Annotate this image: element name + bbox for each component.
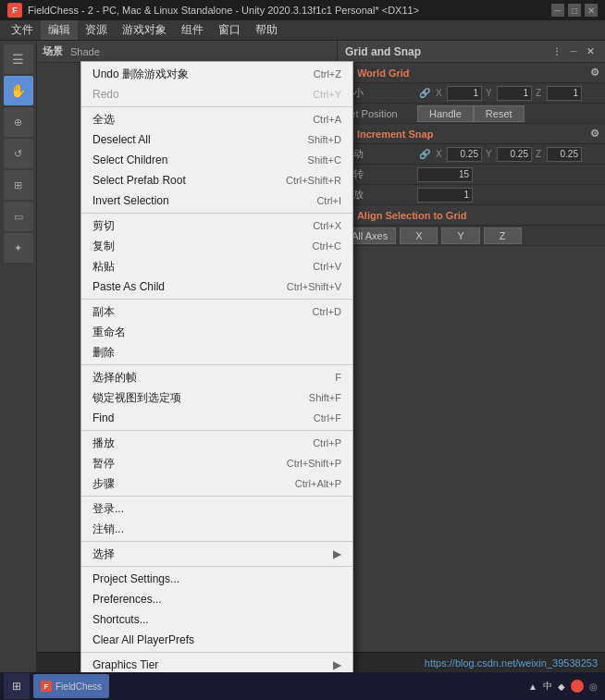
ctx-choose[interactable]: 选择 ▶ xyxy=(81,544,352,564)
panel-minimize-icon[interactable]: ─ xyxy=(566,44,581,59)
move-y-label: Y xyxy=(486,149,495,159)
menu-bar: 文件 编辑 资源 游戏对象 组件 窗口 帮助 xyxy=(0,20,605,41)
menu-section-account: 登录... 注销... xyxy=(81,497,352,542)
tool-move[interactable]: ⊕ xyxy=(4,107,33,137)
start-button[interactable]: ⊞ xyxy=(4,673,30,699)
menu-component[interactable]: 组件 xyxy=(174,20,211,40)
ctx-preferences[interactable]: Preferences... xyxy=(81,589,352,609)
ctx-undo[interactable]: Undo 删除游戏对象 Ctrl+Z xyxy=(81,64,352,84)
panel-header-icons: ⋮ ─ ✕ xyxy=(549,44,598,59)
ctx-redo[interactable]: Redo Ctrl+Y xyxy=(81,84,352,104)
ctx-play[interactable]: 播放 Ctrl+P xyxy=(81,433,352,453)
world-grid-header: ▼ World Grid ⚙ xyxy=(338,63,605,83)
move-label: 移动 xyxy=(343,147,417,161)
ctx-select-children[interactable]: Select Children Shift+C xyxy=(81,150,352,170)
ctx-pause[interactable]: 暂停 Ctrl+Shift+P xyxy=(81,453,352,473)
handle-button[interactable]: Handle xyxy=(417,105,474,122)
reset-button[interactable]: Reset xyxy=(474,105,525,122)
menu-help[interactable]: 帮助 xyxy=(248,20,285,40)
ctx-copy[interactable]: 复制 Ctrl+C xyxy=(81,236,352,256)
menu-edit[interactable]: 编辑 xyxy=(41,20,78,40)
ctx-paste-shortcut: Ctrl+V xyxy=(313,261,341,272)
ctx-clear-playerprefs[interactable]: Clear All PlayerPrefs xyxy=(81,630,352,650)
tray-icon-3: ◆ xyxy=(558,682,565,692)
panel-close-icon[interactable]: ✕ xyxy=(583,44,598,59)
ctx-graphics-tier-label: Graphics Tier xyxy=(93,658,158,671)
close-button[interactable]: ✕ xyxy=(585,4,598,17)
ctx-find[interactable]: Find Ctrl+F xyxy=(81,408,352,428)
scale-input[interactable] xyxy=(417,188,473,203)
ctx-delete[interactable]: 删除 xyxy=(81,342,352,362)
ctx-frame-selected[interactable]: 选择的帧 F xyxy=(81,367,352,387)
world-grid-gear[interactable]: ⚙ xyxy=(590,67,599,79)
ctx-paste[interactable]: 粘贴 Ctrl+V xyxy=(81,256,352,276)
ctx-pause-label: 暂停 xyxy=(93,456,115,472)
taskbar-tray: ▲ 中 ◆ ◎ xyxy=(528,680,601,693)
ctx-select-children-label: Select Children xyxy=(93,154,167,166)
ctx-paste-as-child-shortcut: Ctrl+Shift+V xyxy=(287,281,341,292)
tool-hand[interactable]: ✋ xyxy=(4,76,33,105)
move-inputs: 🔗 X Y Z xyxy=(417,147,582,162)
move-z-input[interactable] xyxy=(547,147,582,162)
increment-snap-gear[interactable]: ⚙ xyxy=(590,128,599,140)
tool-rect[interactable]: ▭ xyxy=(4,202,33,231)
move-y-input[interactable] xyxy=(497,147,532,162)
ctx-undo-label: Undo 删除游戏对象 xyxy=(93,67,189,82)
set-position-buttons: Handle Reset xyxy=(417,105,525,122)
ctx-play-shortcut: Ctrl+P xyxy=(313,437,341,448)
tool-menu[interactable]: ☰ xyxy=(4,44,33,74)
ctx-choose-label: 选择 xyxy=(93,546,115,562)
move-x-field: X xyxy=(436,147,482,162)
menu-gameobject[interactable]: 游戏对象 xyxy=(115,20,174,40)
ctx-project-settings[interactable]: Project Settings... xyxy=(81,569,352,589)
ctx-logout[interactable]: 注销... xyxy=(81,519,352,539)
ctx-step[interactable]: 步骤 Ctrl+Alt+P xyxy=(81,473,352,494)
menu-file[interactable]: 文件 xyxy=(4,20,41,40)
tool-rotate[interactable]: ↺ xyxy=(4,139,33,168)
ctx-frame-selected-shortcut: F xyxy=(335,372,341,383)
ctx-cut-shortcut: Ctrl+X xyxy=(313,220,341,231)
ctx-project-settings-label: Project Settings... xyxy=(93,572,179,585)
ctx-lock-view[interactable]: 锁定视图到选定项 Shift+F xyxy=(81,387,352,408)
tray-icon-1: ▲ xyxy=(528,682,537,692)
size-z-label: Z xyxy=(536,88,545,98)
ctx-paste-as-child[interactable]: Paste As Child Ctrl+Shift+V xyxy=(81,276,352,297)
panel-more-icon[interactable]: ⋮ xyxy=(549,44,564,59)
ctx-rename[interactable]: 重命名 xyxy=(81,322,352,342)
tool-transform[interactable]: ✦ xyxy=(4,233,33,263)
increment-snap-header: ▼ Increment Snap ⚙ xyxy=(338,124,605,144)
scale-label: 缩放 xyxy=(343,188,417,202)
ctx-logout-label: 注销... xyxy=(93,522,124,537)
menu-window[interactable]: 窗口 xyxy=(211,20,248,40)
minimize-button[interactable]: ─ xyxy=(551,4,564,17)
ctx-login-label: 登录... xyxy=(93,501,124,517)
ctx-duplicate[interactable]: 副本 Ctrl+D xyxy=(81,301,352,322)
align-label: Align Selection to Grid xyxy=(357,210,467,221)
ctx-select-prefab-root[interactable]: Select Prefab Root Ctrl+Shift+R xyxy=(81,170,352,190)
set-position-row: Set Position Handle Reset xyxy=(338,104,605,124)
taskbar-item-fieldchess[interactable]: F FieldChess xyxy=(33,674,109,698)
ctx-shortcuts[interactable]: Shortcuts... xyxy=(81,609,352,630)
ctx-select-all[interactable]: 全选 Ctrl+A xyxy=(81,109,352,129)
size-y-input[interactable] xyxy=(497,86,532,101)
move-x-input[interactable] xyxy=(447,147,482,162)
rotate-input[interactable] xyxy=(417,167,473,182)
main-area: ☰ ✋ ⊕ ↺ ⊞ ▭ ✦ 场景 Shade Grid and Snap ⋮ ─… xyxy=(0,41,605,700)
size-z-input[interactable] xyxy=(547,86,582,101)
menu-assets[interactable]: 资源 xyxy=(78,20,115,40)
ctx-cut[interactable]: 剪切 Ctrl+X xyxy=(81,215,352,236)
rotate-label: 旋转 xyxy=(343,167,417,181)
maximize-button[interactable]: □ xyxy=(568,4,581,17)
size-x-input[interactable] xyxy=(447,86,482,101)
ctx-login[interactable]: 登录... xyxy=(81,498,352,519)
align-y-button[interactable]: Y xyxy=(441,227,479,244)
window-controls[interactable]: ─ □ ✕ xyxy=(551,4,598,17)
align-x-button[interactable]: X xyxy=(400,227,438,244)
ctx-deselect-all[interactable]: Deselect All Shift+D xyxy=(81,129,352,150)
size-label: 大小 xyxy=(343,86,417,100)
tool-scale[interactable]: ⊞ xyxy=(4,170,33,200)
ctx-invert-selection[interactable]: Invert Selection Ctrl+I xyxy=(81,190,352,211)
align-z-button[interactable]: Z xyxy=(484,227,522,244)
ctx-select-prefab-root-label: Select Prefab Root xyxy=(93,174,186,187)
ctx-cut-label: 剪切 xyxy=(93,218,115,234)
